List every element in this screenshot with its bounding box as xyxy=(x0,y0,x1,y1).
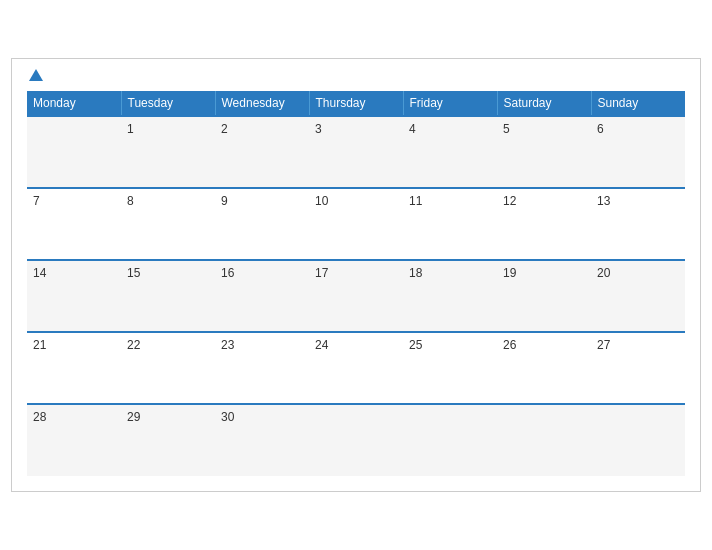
calendar-cell: 11 xyxy=(403,188,497,260)
calendar-cell xyxy=(591,404,685,476)
week-row-1: 123456 xyxy=(27,116,685,188)
header-thursday: Thursday xyxy=(309,91,403,116)
calendar-cell xyxy=(27,116,121,188)
calendar-cell: 13 xyxy=(591,188,685,260)
calendar-cell: 1 xyxy=(121,116,215,188)
calendar-cell: 26 xyxy=(497,332,591,404)
header-monday: Monday xyxy=(27,91,121,116)
calendar-cell: 15 xyxy=(121,260,215,332)
calendar-cell xyxy=(309,404,403,476)
calendar-cell: 23 xyxy=(215,332,309,404)
logo-blue-text xyxy=(27,69,43,83)
calendar: Monday Tuesday Wednesday Thursday Friday… xyxy=(11,58,701,492)
calendar-cell: 29 xyxy=(121,404,215,476)
calendar-cell: 18 xyxy=(403,260,497,332)
calendar-cell: 14 xyxy=(27,260,121,332)
calendar-cell: 21 xyxy=(27,332,121,404)
calendar-cell: 12 xyxy=(497,188,591,260)
calendar-cell: 16 xyxy=(215,260,309,332)
calendar-cell: 30 xyxy=(215,404,309,476)
calendar-header xyxy=(27,69,685,83)
calendar-cell: 17 xyxy=(309,260,403,332)
week-row-5: 282930 xyxy=(27,404,685,476)
header-tuesday: Tuesday xyxy=(121,91,215,116)
calendar-cell: 7 xyxy=(27,188,121,260)
calendar-cell: 8 xyxy=(121,188,215,260)
calendar-cell: 3 xyxy=(309,116,403,188)
calendar-cell: 2 xyxy=(215,116,309,188)
week-row-3: 14151617181920 xyxy=(27,260,685,332)
header-friday: Friday xyxy=(403,91,497,116)
weekday-header-row: Monday Tuesday Wednesday Thursday Friday… xyxy=(27,91,685,116)
header-saturday: Saturday xyxy=(497,91,591,116)
calendar-table: Monday Tuesday Wednesday Thursday Friday… xyxy=(27,91,685,476)
header-sunday: Sunday xyxy=(591,91,685,116)
calendar-cell: 28 xyxy=(27,404,121,476)
logo-triangle-icon xyxy=(29,69,43,81)
calendar-cell: 27 xyxy=(591,332,685,404)
week-row-4: 21222324252627 xyxy=(27,332,685,404)
calendar-cell: 20 xyxy=(591,260,685,332)
week-row-2: 78910111213 xyxy=(27,188,685,260)
calendar-cell: 22 xyxy=(121,332,215,404)
calendar-cell xyxy=(497,404,591,476)
calendar-cell: 19 xyxy=(497,260,591,332)
calendar-cell xyxy=(403,404,497,476)
calendar-cell: 10 xyxy=(309,188,403,260)
header-wednesday: Wednesday xyxy=(215,91,309,116)
logo xyxy=(27,69,43,83)
calendar-cell: 4 xyxy=(403,116,497,188)
calendar-cell: 6 xyxy=(591,116,685,188)
calendar-cell: 9 xyxy=(215,188,309,260)
calendar-cell: 5 xyxy=(497,116,591,188)
calendar-cell: 25 xyxy=(403,332,497,404)
calendar-cell: 24 xyxy=(309,332,403,404)
